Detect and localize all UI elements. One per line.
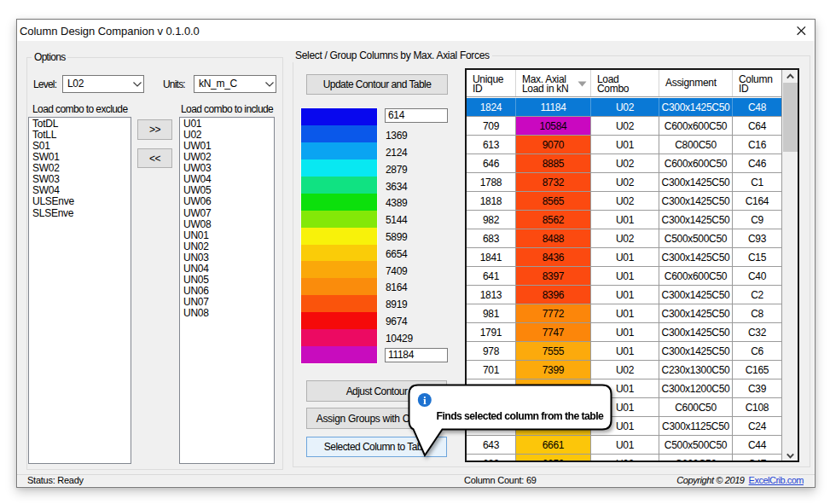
svg-text:Finds selected column from the: Finds selected column from the table <box>437 410 604 422</box>
svg-text:i: i <box>423 394 427 407</box>
